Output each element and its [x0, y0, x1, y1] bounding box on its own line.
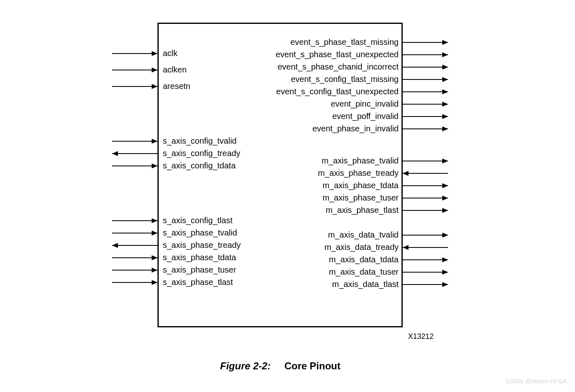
- port-label-m_axis_phase_tready: m_axis_phase_tready: [318, 168, 399, 178]
- pinout-diagram: aclkaclkenaresetns_axis_config_tvalids_a…: [107, 23, 453, 344]
- arrow-in-icon: [152, 231, 157, 236]
- drawing-id: X13212: [408, 332, 434, 341]
- arrow-in-icon: [152, 255, 157, 260]
- arrow-in-icon: [152, 268, 157, 273]
- port-arrow-aresetn: [112, 86, 157, 87]
- port-arrow-aclk: [112, 53, 157, 54]
- port-label-s_axis_phase_tready: s_axis_phase_tready: [163, 240, 241, 250]
- arrow-out-icon: [442, 77, 448, 82]
- port-arrow-aclken: [112, 70, 157, 70]
- port-arrow-event_s_phase_tlast_missing: [403, 42, 448, 43]
- port-label-event_s_phase_tlast_missing: event_s_phase_tlast_missing: [291, 37, 399, 47]
- port-arrow-s_axis_config_tready: [112, 153, 157, 154]
- port-arrow-s_axis_phase_tdata: [112, 257, 157, 258]
- arrow-out-icon: [442, 183, 448, 188]
- port-label-s_axis_config_tvalid: s_axis_config_tvalid: [163, 136, 237, 146]
- port-label-s_axis_phase_tdata: s_axis_phase_tdata: [163, 253, 236, 262]
- port-arrow-s_axis_phase_tuser: [112, 270, 157, 271]
- arrow-out-icon: [112, 151, 118, 156]
- arrow-in-icon: [152, 51, 157, 56]
- port-label-m_axis_phase_tuser: m_axis_phase_tuser: [322, 193, 399, 203]
- arrow-out-icon: [112, 243, 118, 248]
- port-arrow-s_axis_phase_tlast: [112, 282, 157, 283]
- port-arrow-event_poff_invalid: [403, 116, 448, 117]
- arrow-out-icon: [442, 159, 448, 163]
- port-label-m_axis_phase_tvalid: m_axis_phase_tvalid: [322, 156, 399, 166]
- arrow-in-icon: [403, 171, 408, 176]
- port-label-event_poff_invalid: event_poff_invalid: [332, 112, 399, 121]
- port-arrow-m_axis_phase_tuser: [403, 198, 448, 198]
- port-label-m_axis_data_tuser: m_axis_data_tuser: [329, 267, 399, 277]
- port-label-s_axis_config_tlast: s_axis_config_tlast: [163, 216, 232, 225]
- arrow-out-icon: [442, 40, 448, 45]
- port-arrow-s_axis_config_tlast: [112, 220, 157, 221]
- port-label-aresetn: aresetn: [163, 82, 190, 91]
- port-label-aclk: aclk: [163, 49, 178, 58]
- port-label-m_axis_data_tready: m_axis_data_tready: [324, 243, 399, 252]
- port-label-s_axis_config_tready: s_axis_config_tready: [163, 149, 240, 158]
- port-arrow-s_axis_config_tvalid: [112, 141, 157, 142]
- port-arrow-s_axis_phase_tready: [112, 245, 157, 246]
- port-label-m_axis_phase_tlast: m_axis_phase_tlast: [326, 205, 399, 215]
- port-label-aclken: aclken: [163, 65, 187, 75]
- port-label-m_axis_data_tlast: m_axis_data_tlast: [332, 280, 399, 289]
- arrow-out-icon: [442, 52, 448, 57]
- figure-title: Core Pinout: [284, 360, 340, 371]
- arrow-in-icon: [152, 68, 157, 72]
- arrow-in-icon: [152, 139, 157, 144]
- port-label-event_s_config_tlast_missing: event_s_config_tlast_missing: [291, 75, 399, 84]
- port-arrow-m_axis_data_tlast: [403, 284, 448, 285]
- arrow-out-icon: [442, 89, 448, 94]
- arrow-out-icon: [442, 126, 448, 131]
- arrow-out-icon: [442, 196, 448, 201]
- port-arrow-m_axis_phase_tready: [403, 173, 448, 174]
- port-arrow-s_axis_phase_tvalid: [112, 233, 157, 233]
- figure-caption: Figure 2-2: Core Pinout: [107, 360, 453, 372]
- port-label-event_s_phase_chanid_incorrect: event_s_phase_chanid_incorrect: [277, 62, 399, 72]
- arrow-in-icon: [152, 280, 157, 285]
- port-arrow-m_axis_data_tvalid: [403, 235, 448, 236]
- port-arrow-event_s_config_tlast_unexpected: [403, 91, 448, 92]
- watermark: CSDN @Melon-FPGA: [506, 378, 567, 385]
- arrow-in-icon: [152, 84, 157, 89]
- port-arrow-event_phase_in_invalid: [403, 128, 448, 129]
- port-arrow-m_axis_data_tdata: [403, 259, 448, 260]
- port-arrow-event_pinc_invalid: [403, 104, 448, 105]
- port-arrow-m_axis_data_tuser: [403, 272, 448, 273]
- port-label-event_pinc_invalid: event_pinc_invalid: [331, 99, 399, 109]
- arrow-in-icon: [152, 163, 157, 168]
- port-label-m_axis_data_tvalid: m_axis_data_tvalid: [328, 230, 399, 240]
- port-label-s_axis_config_tdata: s_axis_config_tdata: [163, 161, 236, 170]
- port-arrow-event_s_phase_tlast_unexpected: [403, 54, 448, 55]
- port-label-s_axis_phase_tlast: s_axis_phase_tlast: [163, 278, 233, 287]
- port-label-event_s_phase_tlast_unexpected: event_s_phase_tlast_unexpected: [276, 50, 399, 59]
- figure-label: Figure 2-2:: [220, 360, 271, 371]
- port-arrow-m_axis_phase_tdata: [403, 185, 448, 186]
- port-label-s_axis_phase_tuser: s_axis_phase_tuser: [163, 265, 236, 275]
- arrow-out-icon: [442, 114, 448, 119]
- arrow-out-icon: [442, 282, 448, 287]
- port-label-m_axis_phase_tdata: m_axis_phase_tdata: [322, 181, 399, 190]
- arrow-out-icon: [442, 208, 448, 213]
- port-arrow-m_axis_phase_tlast: [403, 210, 448, 211]
- port-label-event_s_config_tlast_unexpected: event_s_config_tlast_unexpected: [276, 87, 399, 96]
- arrow-out-icon: [442, 257, 448, 262]
- arrow-out-icon: [442, 65, 448, 70]
- port-arrow-m_axis_phase_tvalid: [403, 161, 448, 161]
- port-arrow-event_s_phase_chanid_incorrect: [403, 67, 448, 68]
- arrow-out-icon: [442, 102, 448, 107]
- arrow-in-icon: [403, 245, 408, 250]
- arrow-out-icon: [442, 270, 448, 275]
- port-label-s_axis_phase_tvalid: s_axis_phase_tvalid: [163, 228, 237, 238]
- arrow-out-icon: [442, 233, 448, 238]
- port-arrow-event_s_config_tlast_missing: [403, 79, 448, 80]
- port-label-m_axis_data_tdata: m_axis_data_tdata: [329, 255, 399, 264]
- arrow-in-icon: [152, 218, 157, 223]
- port-label-event_phase_in_invalid: event_phase_in_invalid: [312, 124, 399, 133]
- port-arrow-s_axis_config_tdata: [112, 166, 157, 166]
- port-arrow-m_axis_data_tready: [403, 247, 448, 248]
